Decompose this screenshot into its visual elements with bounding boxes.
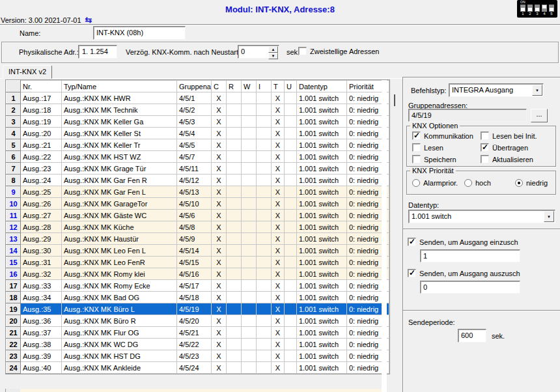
cell-flag-r[interactable]	[226, 116, 241, 128]
cell-flag-w[interactable]	[241, 116, 256, 128]
cell-flag-w[interactable]	[241, 292, 256, 303]
cell-flag-r[interactable]	[226, 151, 241, 163]
knx-option-kommunikation[interactable]: Kommunikation	[412, 132, 473, 140]
cell-flag-r[interactable]	[226, 221, 241, 233]
cell-rownum[interactable]: 5	[7, 139, 21, 151]
column-header-Typ/Name[interactable]: Typ/Name	[62, 81, 177, 92]
cell-nr[interactable]: Ausg.:22	[21, 151, 62, 163]
cell-flag-w[interactable]	[241, 280, 256, 292]
cell-datentyp[interactable]: 1.001 switch	[296, 350, 346, 362]
cell-nr[interactable]: Ausg.:37	[21, 327, 62, 339]
cell-flag-c[interactable]: X	[211, 139, 226, 151]
cell-group[interactable]: 4/5/9	[177, 233, 212, 245]
cell-rownum[interactable]: 13	[7, 233, 21, 245]
table-row[interactable]: 6Ausg.:22Ausg.:KNX MK HST WZ4/5/7XX1.001…	[7, 151, 389, 163]
cell-rownum[interactable]: 10	[7, 198, 21, 210]
table-row[interactable]: 3Ausg.:19Ausg.:KNX MK Keller Ga4/5/3XX1.…	[7, 116, 389, 128]
cell-flag-c[interactable]: X	[211, 128, 226, 139]
cell-rownum[interactable]: 17	[7, 280, 21, 292]
cell-flag-w[interactable]	[241, 362, 256, 374]
cell-nr[interactable]: Ausg.:18	[21, 104, 62, 116]
knx-option-lesen[interactable]: Lesen	[412, 143, 443, 152]
cell-flag-i[interactable]	[256, 92, 271, 104]
column-header-U[interactable]: U	[284, 81, 296, 92]
cell-flag-c[interactable]: X	[211, 303, 226, 315]
checkbox-icon[interactable]	[481, 155, 489, 163]
cell-flag-i[interactable]	[256, 233, 271, 245]
cell-group[interactable]: 4/5/12	[177, 175, 212, 186]
table-row[interactable]: 7Ausg.:23Ausg.:KNX MK Grage Tür4/5/11XX1…	[7, 163, 389, 175]
cell-nr[interactable]: Ausg.:32	[21, 268, 62, 280]
cell-flag-t[interactable]: X	[271, 233, 284, 245]
befehlstyp-dropdown[interactable]: INTEGRA Ausgang ▼	[449, 83, 544, 97]
table-row[interactable]: 17Ausg.:33Ausg.:KNX MK Romy Ecke4/5/17XX…	[7, 280, 389, 292]
cell-name[interactable]: Ausg.:KNX MK Romy Ecke	[62, 280, 177, 292]
cell-flag-u[interactable]	[284, 292, 296, 303]
cell-flag-i[interactable]	[256, 315, 271, 327]
physical-address-input[interactable]: 1. 1.254	[78, 45, 117, 59]
cell-flag-u[interactable]	[284, 257, 296, 268]
cell-name[interactable]: Ausg.:KNX MK Keller Tr	[62, 139, 177, 151]
cell-flag-u[interactable]	[284, 315, 296, 327]
cell-flag-r[interactable]	[226, 92, 241, 104]
cell-name[interactable]: Ausg.:KNX MK HST DG	[62, 350, 177, 362]
knx-option-lesen-bei-init-[interactable]: Lesen bei Init.	[481, 132, 537, 140]
cell-flag-c[interactable]: X	[211, 163, 226, 175]
table-row[interactable]: 16Ausg.:32Ausg.:KNX MK Romy klei4/5/16XX…	[7, 268, 389, 280]
knx-option--bertragen[interactable]: Übertragen	[481, 143, 528, 152]
cell-nr[interactable]: Ausg.:29	[21, 233, 62, 245]
cell-name[interactable]: Ausg.:KNX MK Leo FenR	[62, 257, 177, 268]
cell-datentyp[interactable]: 1.001 switch	[296, 139, 346, 151]
cell-flag-c[interactable]: X	[211, 221, 226, 233]
cell-flag-r[interactable]	[226, 280, 241, 292]
table-row[interactable]: 5Ausg.:21Ausg.:KNX MK Keller Tr4/5/5XX1.…	[7, 139, 389, 151]
cell-flag-r[interactable]	[226, 186, 241, 198]
cell-flag-t[interactable]: X	[271, 221, 284, 233]
cell-datentyp[interactable]: 1.001 switch	[296, 116, 346, 128]
cell-flag-r[interactable]	[226, 315, 241, 327]
cell-name[interactable]: Ausg.:KNX MK Romy klei	[62, 268, 177, 280]
cell-flag-r[interactable]	[226, 257, 241, 268]
table-row[interactable]: 15Ausg.:31Ausg.:KNX MK Leo FenR4/5/15XX1…	[7, 257, 389, 268]
cell-flag-t[interactable]: X	[271, 292, 284, 303]
cell-flag-r[interactable]	[226, 233, 241, 245]
spin-up-icon[interactable]: ▲	[268, 46, 278, 53]
cell-nr[interactable]: Ausg.:24	[21, 175, 62, 186]
cell-flag-c[interactable]: X	[211, 268, 226, 280]
cell-group[interactable]: 4/5/1	[177, 92, 212, 104]
cell-flag-w[interactable]	[241, 339, 256, 350]
cell-flag-w[interactable]	[241, 104, 256, 116]
cell-datentyp[interactable]: 1.001 switch	[296, 315, 346, 327]
cell-name[interactable]: Ausg.:KNX MK Keller Ga	[62, 116, 177, 128]
cell-flag-i[interactable]	[256, 245, 271, 257]
cell-flag-c[interactable]: X	[211, 104, 226, 116]
radio-icon[interactable]	[464, 179, 472, 187]
cell-flag-u[interactable]	[284, 245, 296, 257]
cell-flag-i[interactable]	[256, 327, 271, 339]
cell-group[interactable]: 4/5/4	[177, 128, 212, 139]
cell-group[interactable]: 4/5/19	[177, 303, 212, 315]
cell-flag-u[interactable]	[284, 221, 296, 233]
cell-datentyp[interactable]: 1.001 switch	[296, 245, 346, 257]
cell-datentyp[interactable]: 1.001 switch	[296, 92, 346, 104]
cell-nr[interactable]: Ausg.:40	[21, 362, 62, 374]
cell-nr[interactable]: Ausg.:36	[21, 315, 62, 327]
cell-group[interactable]: 4/5/24	[177, 362, 212, 374]
table-row[interactable]: 13Ausg.:29Ausg.:KNX MK Haustür4/5/9XX1.0…	[7, 233, 389, 245]
cell-nr[interactable]: Ausg.:35	[21, 303, 62, 315]
cell-flag-i[interactable]	[256, 292, 271, 303]
cell-name[interactable]: Ausg.:KNX MK Ankleide	[62, 362, 177, 374]
cell-flag-i[interactable]	[256, 104, 271, 116]
cell-flag-u[interactable]	[284, 362, 296, 374]
cell-datentyp[interactable]: 1.001 switch	[296, 257, 346, 268]
cell-datentyp[interactable]: 1.001 switch	[296, 268, 346, 280]
cell-flag-u[interactable]	[284, 128, 296, 139]
cell-flag-w[interactable]	[241, 327, 256, 339]
cell-rownum[interactable]: 21	[7, 327, 21, 339]
cell-flag-w[interactable]	[241, 350, 256, 362]
cell-flag-i[interactable]	[256, 163, 271, 175]
column-header-T[interactable]: T	[271, 81, 284, 92]
cell-flag-r[interactable]	[226, 350, 241, 362]
cell-datentyp[interactable]: 1.001 switch	[296, 221, 346, 233]
cell-flag-r[interactable]	[226, 198, 241, 210]
